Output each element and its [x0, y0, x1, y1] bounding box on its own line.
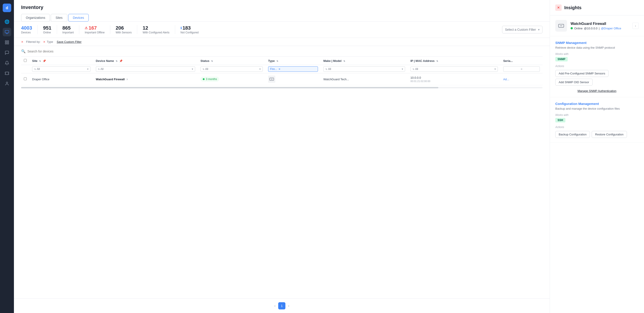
page-header: Inventory Organizations Sites Devices: [14, 0, 550, 21]
row-expand-arrow-icon[interactable]: ›: [126, 77, 128, 81]
col-device-name-filter: ⇅ All ▾: [93, 65, 198, 73]
insights-status-label: Online: [574, 27, 583, 30]
config-section-title: Configuration Management: [555, 102, 638, 106]
pin-device-name-icon[interactable]: 📌: [119, 59, 122, 63]
select-all-checkbox[interactable]: [24, 59, 27, 62]
stat-online[interactable]: 951 Online: [43, 24, 52, 35]
sort-type-icon[interactable]: ⇅: [276, 60, 278, 62]
search-bar: 🔍: [21, 46, 542, 57]
row-type-cell: [266, 73, 321, 85]
pagination: ‹ 1 ›: [14, 299, 550, 313]
stat-important-offline[interactable]: ⚠ 167 Important Offline: [85, 24, 105, 35]
row-device-name-cell: WatchGuard Firewall ›: [93, 73, 198, 85]
col-device-name-header: Device Name ⇅ 📌: [93, 57, 198, 65]
pagination-prev-btn[interactable]: ‹: [274, 303, 276, 309]
sidebar-item-inventory[interactable]: [3, 28, 11, 36]
pagination-next-btn[interactable]: ›: [287, 303, 290, 309]
sort-make-model-icon[interactable]: ⇅: [343, 60, 345, 62]
clear-type-filter-icon[interactable]: ✕: [43, 40, 45, 43]
tab-sites[interactable]: Sites: [51, 14, 67, 21]
row-ip-value: 10.0.0.0: [410, 76, 498, 79]
col-site-header: Site ⇅ 📌: [30, 57, 93, 65]
snmp-works-with-label: Works with: [555, 52, 638, 56]
insights-close-btn[interactable]: ✕: [555, 4, 562, 11]
config-actions-label: Actions: [555, 126, 638, 129]
insights-location-link[interactable]: @Draper Office: [601, 27, 621, 30]
sort-status-icon[interactable]: ⇅: [211, 60, 213, 62]
ip-mac-filter-dropdown[interactable]: ⇅ All ▾: [410, 66, 498, 72]
make-model-filter-dropdown[interactable]: ⇅ All ▾: [323, 66, 405, 72]
manage-snmp-auth-link[interactable]: Manage SNMP Authentication: [555, 89, 638, 93]
sidebar-item-person[interactable]: [3, 79, 11, 88]
type-filter-clear-icon[interactable]: ✕: [278, 68, 280, 71]
col-type-filter: Fire... ✕: [266, 65, 321, 73]
ip-mac-filter-chevron: ▾: [494, 67, 496, 71]
chevron-down-icon: ▾: [538, 28, 540, 31]
pipe-separator: |: [599, 27, 600, 30]
status-filter-chevron: ▾: [259, 67, 261, 71]
row-serial-value[interactable]: Ad...: [503, 78, 509, 81]
site-filter-dropdown[interactable]: ⇅ All ▾: [32, 66, 90, 72]
stat-devices[interactable]: 4003 Devices: [21, 24, 32, 35]
config-section-desc: Backup and manage the device configurati…: [555, 107, 638, 110]
svg-rect-1: [6, 41, 7, 42]
stat-with-sensors[interactable]: 206 With Sensors: [116, 24, 132, 35]
type-filter-active[interactable]: Fire... ✕: [268, 66, 318, 72]
device-name-filter-chevron: ▾: [192, 67, 193, 71]
stat-configured-alerts-number: 12: [142, 25, 169, 31]
col-serial-filter: ≡: [500, 65, 542, 73]
stat-configured-alerts[interactable]: 12 With Configured Alerts: [142, 24, 169, 35]
status-filter-dropdown[interactable]: ⇅ All ▾: [200, 66, 263, 72]
pin-site-icon[interactable]: 📌: [43, 59, 46, 63]
horizontal-scrollbar[interactable]: [21, 87, 542, 88]
row-device-name-value[interactable]: WatchGuard Firewall: [96, 78, 125, 81]
sidebar-item-globe[interactable]: 🌐: [3, 17, 11, 26]
sort-ip-mac-filter-icon: ⇅: [412, 68, 414, 70]
warning-icon: ⚠: [85, 26, 88, 30]
sidebar-item-bell[interactable]: [3, 59, 11, 67]
stat-important[interactable]: 865 Important: [62, 24, 74, 35]
tab-bar: Organizations Sites Devices: [21, 14, 542, 21]
clear-filter-icon[interactable]: ✕: [21, 40, 23, 43]
sidebar-item-chat[interactable]: [3, 48, 11, 57]
restore-configuration-btn[interactable]: Restore Configuration: [592, 131, 627, 138]
ip-mac-filter-value: All: [415, 67, 418, 71]
search-input[interactable]: [28, 50, 542, 53]
sort-device-name-icon[interactable]: ⇅: [116, 60, 118, 62]
stat-not-configured[interactable]: ℹ 183 Not Configured: [180, 24, 199, 35]
tab-devices[interactable]: Devices: [68, 14, 89, 21]
snmp-action-buttons: Add Pre-Configured SNMP Sensors Add SNMP…: [555, 70, 638, 86]
save-custom-filter-link[interactable]: Save Custom Filter: [57, 40, 82, 43]
stat-important-offline-label: Important Offline: [85, 31, 105, 34]
device-name-filter-value: All: [100, 67, 104, 71]
page-title: Inventory: [21, 4, 542, 10]
pagination-page-1-btn[interactable]: 1: [278, 302, 286, 310]
sort-site-filter-icon: ⇅: [34, 68, 36, 70]
make-model-filter-value: All: [328, 67, 331, 71]
site-filter-chevron: ▾: [87, 67, 88, 71]
add-preconfigured-snmp-sensors-btn[interactable]: Add Pre-Configured SNMP Sensors: [555, 70, 608, 77]
snmp-protocol-badge: SNMP: [555, 57, 568, 61]
custom-filter-dropdown[interactable]: Select a Custom Filter ▾: [502, 26, 542, 33]
stat-with-sensors-label: With Sensors: [116, 31, 132, 34]
row-status-value: 3 months: [206, 78, 217, 81]
row-status-cell: 3 months: [198, 73, 266, 85]
row-checkbox[interactable]: [24, 77, 27, 80]
stat-devices-number: 4003: [21, 25, 32, 31]
snmp-actions-label: Actions: [555, 65, 638, 68]
add-snmp-oid-sensor-btn[interactable]: Add SNMP OID Sensor: [555, 79, 592, 86]
sidebar-item-ticket[interactable]: [3, 69, 11, 78]
sort-ip-mac-icon[interactable]: ⇅: [436, 60, 438, 62]
sort-site-icon[interactable]: ⇅: [39, 60, 41, 62]
sidebar-item-grid[interactable]: [3, 38, 11, 47]
snmp-section-title: SNMP Management: [555, 41, 638, 45]
panel-expand-btn[interactable]: ›: [632, 23, 638, 29]
insights-device-icon: [555, 20, 567, 32]
col-status-header: Status ⇅: [198, 57, 266, 65]
serial-filter-icon-btn[interactable]: ≡: [503, 66, 540, 72]
tab-organizations[interactable]: Organizations: [21, 14, 50, 21]
device-name-filter-dropdown[interactable]: ⇅ All ▾: [96, 66, 195, 72]
backup-configuration-btn[interactable]: Backup Configuration: [555, 131, 590, 138]
col-site-filter: ⇅ All ▾: [30, 65, 93, 73]
stat-important-label: Important: [62, 31, 74, 34]
